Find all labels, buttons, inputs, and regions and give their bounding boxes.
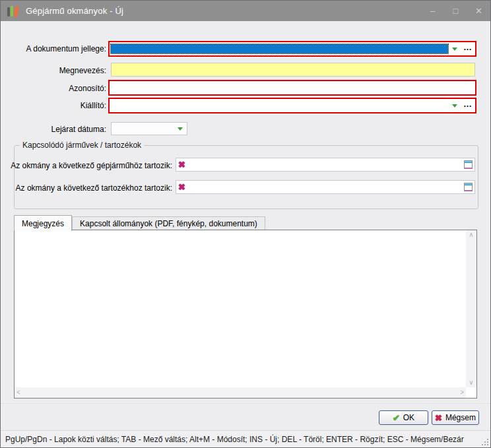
clear-accessory-icon[interactable]: ✖ [178, 183, 185, 191]
expiry-label: Lejárat dátuma: [1, 125, 106, 134]
resize-grip[interactable] [482, 439, 488, 445]
clear-vehicle-icon[interactable]: ✖ [178, 160, 185, 169]
name-input[interactable] [114, 65, 473, 76]
identifier-label: Azonosító: [1, 84, 106, 93]
panel-divider [1, 403, 490, 404]
related-vehicles-legend: Kapcsolódó járművek / tartozékok [20, 141, 144, 150]
books-app-icon [7, 5, 20, 17]
identifier-input[interactable] [110, 82, 475, 93]
tab-kapcsolt-allomanyok[interactable]: Kapcsolt állományok (PDF, fénykép, dokum… [72, 216, 265, 230]
expiry-dropdown-button[interactable] [174, 123, 187, 134]
name-field[interactable] [111, 63, 475, 77]
comment-textarea[interactable] [15, 230, 466, 387]
accessory-picker-window-icon[interactable] [464, 183, 473, 191]
dropdown-arrow-icon [178, 127, 183, 133]
x-icon: ✖ [435, 413, 442, 423]
cancel-button-label: Mégsem [445, 413, 476, 422]
status-text: PgUp/PgDn - Lapok közti váltás; TAB - Me… [5, 435, 464, 444]
cancel-button[interactable]: ✖ Mégsem [432, 410, 479, 425]
tab-megjegyzes[interactable]: Megjegyzés [14, 215, 72, 231]
dropdown-arrow-icon [452, 48, 457, 53]
scroll-left-icon[interactable]: < [16, 389, 20, 396]
accessory-link-label: Az okmány a következő tartozékhoz tartoz… [1, 183, 172, 193]
comment-panel: ∧ ∨ < > [14, 230, 477, 399]
name-label: Megnevezés: [1, 66, 106, 75]
title-bar: Gépjármű okmányok - Új – □ ✕ [1, 1, 490, 21]
ok-button-label: OK [403, 413, 414, 422]
minimize-button[interactable]: – [421, 1, 444, 21]
expiry-date-combo[interactable] [111, 122, 187, 135]
ok-button[interactable]: ✔ OK [379, 410, 428, 425]
issuer-lookup-button[interactable]: … [461, 100, 475, 111]
document-type-lookup-button[interactable]: … [461, 44, 475, 54]
issuer-dropdown-button[interactable] [448, 100, 461, 111]
vertical-scrollbar[interactable]: ∧ ∨ [466, 230, 476, 387]
related-vehicles-group: Kapcsolódó járművek / tartozékok [14, 145, 478, 209]
document-type-dropdown-button[interactable] [448, 44, 461, 54]
scroll-down-icon[interactable]: ∨ [469, 379, 473, 386]
identifier-field[interactable] [108, 80, 476, 96]
scroll-right-icon[interactable]: > [460, 389, 464, 396]
tab-bar: Megjegyzés Kapcsolt állományok (PDF, fén… [14, 213, 265, 230]
vehicle-picker-window-icon[interactable] [464, 160, 473, 169]
status-bar: PgUp/PgDn - Lapok közti váltás; TAB - Me… [1, 430, 490, 447]
document-type-combo[interactable]: … [108, 41, 476, 57]
dialog-window: Gépjármű okmányok - Új – □ ✕ A dokumentu… [0, 0, 491, 448]
document-type-label: A dokumentum jellege: [1, 44, 106, 53]
accessory-link-field[interactable]: ✖ [176, 180, 475, 194]
window-controls: – □ ✕ [421, 1, 490, 21]
issuer-combo[interactable]: … [108, 98, 476, 113]
close-button[interactable]: ✕ [467, 1, 490, 21]
window-title: Gépjármű okmányok - Új [26, 6, 123, 16]
vehicle-link-field[interactable]: ✖ [176, 158, 475, 172]
issuer-label: Kiállító: [1, 101, 106, 110]
horizontal-scrollbar[interactable]: < > [15, 387, 466, 398]
document-type-value[interactable] [111, 44, 448, 53]
dropdown-arrow-icon [452, 104, 457, 110]
scroll-up-icon[interactable]: ∧ [469, 232, 473, 238]
check-icon: ✔ [393, 413, 400, 423]
maximize-button[interactable]: □ [444, 1, 467, 21]
issuer-value[interactable] [111, 101, 448, 110]
vehicle-link-label: Az okmány a következő gépjárműhöz tartoz… [1, 161, 172, 170]
